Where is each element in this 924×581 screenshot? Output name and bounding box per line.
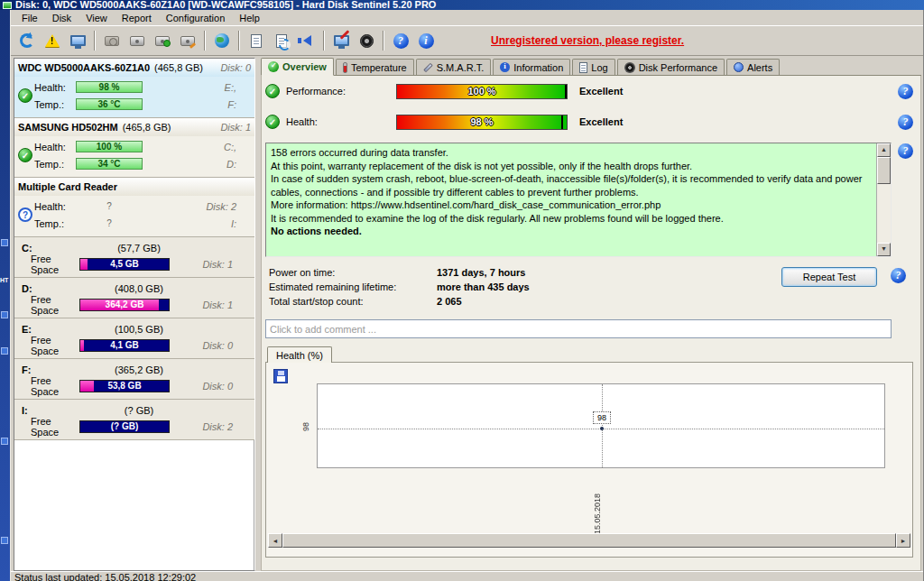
drive-letters: I: [231,218,236,229]
desktop-icon[interactable] [1,537,8,544]
scroll-track[interactable] [877,184,891,243]
drive-letters: C:, [224,142,236,152]
unregistered-notice[interactable]: Unregistered version, please register. [491,34,684,47]
desktop-icon[interactable] [1,239,8,246]
performance-meter: 100 % [396,84,568,99]
tab-temperature[interactable]: Temperature [336,59,414,75]
sound-button[interactable] [294,29,319,53]
ok-icon [265,115,280,129]
chart-tab-health[interactable]: Health (%) [267,346,332,363]
info-icon [419,33,434,49]
screen-edit-button[interactable] [328,29,354,53]
partition-size: (57,7 GB) [81,243,197,254]
menu-disk[interactable]: Disk [45,11,79,25]
monitor-test-button[interactable] [65,29,90,53]
disk-check-button[interactable] [150,29,175,53]
tab-smart[interactable]: S.M.A.R.T. [416,59,492,75]
partition-size: (100,5 GB) [81,324,197,335]
tab-information[interactable]: Information [493,59,570,75]
save-chart-button[interactable] [273,369,288,383]
scroll-up-button[interactable]: ▲ [877,143,891,157]
drive-letters: E:, [225,82,236,93]
disk-unknown-icon [18,208,32,222]
scroll-right-button[interactable]: ► [896,533,910,548]
menu-report[interactable]: Report [115,11,159,25]
comment-input[interactable] [265,319,892,338]
chart-y-axis-label: 98 [301,420,310,434]
partition-item-c[interactable]: C: (57,7 GB) Free Space 4,5 GB Disk: 1 [14,237,254,278]
menu-help[interactable]: Help [232,11,267,25]
temp-bar: 34 °C [76,158,143,170]
menu-configuration[interactable]: Configuration [159,11,232,25]
scroll-left-button[interactable]: ◄ [268,533,282,548]
tab-alerts[interactable]: Alerts [726,59,780,75]
disk-tools-button[interactable] [125,29,150,53]
disk-number: Disk: 1 [220,122,251,133]
tab-overview[interactable]: Overview [261,58,334,76]
network-button[interactable] [209,29,235,53]
globe-icon [215,33,229,48]
status-text-box: 158 errors occurred during data transfer… [265,143,892,257]
desktop-icon[interactable] [1,438,8,445]
scroll-down-button[interactable]: ▼ [877,243,891,256]
status-line: At this point, warranty replacement of t… [271,160,871,173]
horizontal-scrollbar[interactable]: ◄ ► [268,533,910,548]
scroll-thumb[interactable] [877,157,891,184]
disk-item-card-reader[interactable]: Multiple Card Reader Health: ? Disk: 2 T… [14,178,254,237]
help-icon[interactable] [891,268,906,283]
window-titlebar[interactable]: Disk: 0, WDC WD5000AAKS-60Z1A0 [WD-WCAWF… [0,0,924,10]
refresh-button[interactable] [14,29,40,53]
help-button[interactable] [388,29,413,53]
repeat-test-button[interactable]: Repeat Test [781,267,877,287]
performance-label: Performance: [286,86,396,97]
refresh-report-button[interactable] [269,29,294,53]
partition-item-f[interactable]: F: (365,2 GB) Free Space 53,8 GB Disk: 0 [14,359,254,400]
health-label: Health: [32,142,70,152]
warning-button[interactable] [40,29,65,53]
status-line: 158 errors occurred during data transfer… [271,146,871,160]
health-rating: Excellent [579,116,623,127]
monitor-icon [70,35,86,46]
disk-wrench-icon [180,36,195,46]
desktop-icon[interactable] [1,311,8,318]
tab-log[interactable]: Log [572,59,614,75]
disk-item-wdc[interactable]: WDC WD5000AAKS-60Z1A0 (465,8 GB) Disk: 0… [14,59,254,118]
menu-view[interactable]: View [79,11,115,25]
help-icon[interactable] [898,84,913,99]
chart-data-point[interactable] [600,427,604,430]
scroll-thumb[interactable] [282,533,896,548]
partition-item-d[interactable]: D: (408,0 GB) Free Space 364,2 GB Disk: … [14,278,254,318]
disk-sidebar: WDC WD5000AAKS-60Z1A0 (465,8 GB) Disk: 0… [14,58,255,571]
window-title: Disk: 0, WDC WD5000AAKS-60Z1A0 [WD-WCAWF… [15,0,436,10]
health-row: Health: 98 % Excellent [265,114,913,130]
vertical-scrollbar[interactable]: ▲ ▼ [876,143,891,256]
disk-item-samsung[interactable]: SAMSUNG HD502HM (465,8 GB) Disk: 1 Healt… [14,118,254,178]
partition-item-e[interactable]: E: (100,5 GB) Free Space 4,1 GB Disk: 0 [14,318,254,359]
menu-file[interactable]: File [14,11,45,25]
ok-icon [265,84,280,98]
disk-wrench-button[interactable] [175,29,200,53]
toolbar-separator [94,31,96,51]
tab-disk-performance[interactable]: Disk Performance [617,59,725,75]
free-space-bar: 53,8 GB [79,380,170,392]
start-stop-count-label: Total start/stop count: [269,296,437,307]
camera-button[interactable] [99,29,125,53]
warning-icon [45,34,60,47]
help-icon[interactable] [898,115,913,130]
temp-bar: 36 °C [76,98,143,110]
desktop-icon[interactable] [1,347,8,355]
drive-letters: F: [227,99,236,110]
toolbar-separator [204,31,206,51]
toolbar: Unregistered version, please register. [11,26,923,56]
disk-number: Disk: 0 [220,62,251,73]
help-icon[interactable] [898,143,913,159]
info-button[interactable] [413,29,439,53]
chart-cursor-line [602,384,603,467]
partition-size: (408,0 GB) [81,283,197,294]
report-button[interactable] [244,29,269,53]
health-bar: 98 % [76,81,143,93]
partition-size: (365,2 GB) [81,364,197,375]
partition-item-i[interactable]: I: (? GB) Free Space (? GB) Disk: 2 [14,400,254,440]
disk-performance-button[interactable] [354,29,379,53]
health-chart-plot[interactable]: 98 [317,383,885,468]
